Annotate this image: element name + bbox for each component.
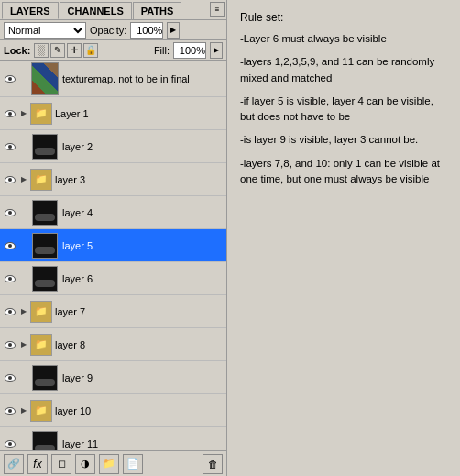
layer-row-8[interactable]: ▶📁layer 8 xyxy=(0,328,226,361)
eye-icon-4[interactable] xyxy=(2,196,18,229)
expand-arrow-3[interactable]: ▶ xyxy=(18,163,29,196)
adjustment-button[interactable]: ◑ xyxy=(75,454,95,474)
thumb-0 xyxy=(31,65,59,93)
opacity-label: Opacity: xyxy=(90,25,126,36)
expand-arrow-9 xyxy=(18,361,29,394)
layer-name-7: layer 7 xyxy=(53,306,225,317)
rule-4: -is layer 9 is visible, layer 3 cannot b… xyxy=(240,132,447,148)
folder-icon-7: 📁 xyxy=(30,301,52,323)
layer-name-5: layer 5 xyxy=(60,240,225,251)
expand-arrow-2 xyxy=(18,130,29,163)
delete-button[interactable]: 🗑 xyxy=(203,454,223,474)
layer-row-9[interactable]: layer 9 xyxy=(0,361,226,394)
tab-paths[interactable]: PATHS xyxy=(133,2,182,19)
layer-row-10[interactable]: ▶📁layer 10 xyxy=(0,394,226,427)
tab-bar: LAYERS CHANNELS PATHS ≡ xyxy=(0,0,226,20)
rules-panel: Rule set: -Layer 6 must always be visibl… xyxy=(227,0,460,476)
layer-row-11[interactable]: layer 11 xyxy=(0,427,226,450)
thumb-9 xyxy=(31,364,59,392)
thumb-2 xyxy=(31,133,59,161)
new-layer-button[interactable]: 📄 xyxy=(123,454,143,474)
lock-label: Lock: xyxy=(4,45,30,56)
thumb-5 xyxy=(31,232,59,260)
layer-name-9: layer 9 xyxy=(60,372,225,383)
layer-name-2: layer 2 xyxy=(60,141,225,152)
layer-row-4[interactable]: layer 4 xyxy=(0,196,226,229)
lock-transparent-button[interactable]: ░ xyxy=(34,43,49,58)
layer-name-3: layer 3 xyxy=(53,174,225,185)
lock-image-button[interactable]: ✎ xyxy=(50,43,65,58)
folder-icon-1: 📁 xyxy=(30,103,52,125)
layer-name-4: layer 4 xyxy=(60,207,225,218)
lock-row: Lock: ░ ✎ ✛ 🔒 Fill: ▶ xyxy=(0,40,226,61)
layer-row-6[interactable]: layer 6 xyxy=(0,262,226,295)
lock-icons: ░ ✎ ✛ 🔒 xyxy=(34,43,98,58)
bottom-toolbar: 🔗 fx ◻ ◑ 📁 📄 🗑 xyxy=(0,450,226,476)
thumb-4 xyxy=(31,199,59,227)
lock-all-button[interactable]: 🔒 xyxy=(83,43,98,58)
expand-arrow-8[interactable]: ▶ xyxy=(18,328,29,361)
layer-row-3[interactable]: ▶📁layer 3 xyxy=(0,163,226,196)
eye-icon-9[interactable] xyxy=(2,361,18,394)
layer-name-6: layer 6 xyxy=(60,273,225,284)
opacity-input[interactable] xyxy=(130,22,163,39)
fill-label: Fill: xyxy=(154,45,170,56)
tab-layers[interactable]: LAYERS xyxy=(2,2,59,19)
expand-arrow-0 xyxy=(18,62,29,95)
layer-name-11: layer 11 xyxy=(60,438,225,449)
thumb-11 xyxy=(31,430,59,451)
mask-button[interactable]: ◻ xyxy=(51,454,71,474)
eye-icon-5[interactable] xyxy=(2,229,18,262)
rule-title: Rule set: xyxy=(240,9,447,26)
expand-arrow-5 xyxy=(18,229,29,262)
expand-arrow-7[interactable]: ▶ xyxy=(18,295,29,328)
layer-row-7[interactable]: ▶📁layer 7 xyxy=(0,295,226,328)
layer-name-1: Layer 1 xyxy=(53,108,225,119)
layer-row-1[interactable]: ▶📁Layer 1 xyxy=(0,97,226,130)
opacity-arrow[interactable]: ▶ xyxy=(167,22,180,39)
expand-arrow-10[interactable]: ▶ xyxy=(18,394,29,427)
layer-name-8: layer 8 xyxy=(53,339,225,350)
thumb-6 xyxy=(31,265,59,293)
eye-icon-3[interactable] xyxy=(2,163,18,196)
eye-icon-0[interactable] xyxy=(2,62,18,95)
panel-menu-button[interactable]: ≡ xyxy=(210,2,225,17)
layers-list: texturemap. not to be in final▶📁Layer 1l… xyxy=(0,61,226,450)
eye-icon-2[interactable] xyxy=(2,130,18,163)
expand-arrow-6 xyxy=(18,262,29,295)
layer-row-2[interactable]: layer 2 xyxy=(0,130,226,163)
layer-name-10: layer 10 xyxy=(53,405,225,416)
eye-icon-1[interactable] xyxy=(2,97,18,130)
fill-arrow[interactable]: ▶ xyxy=(210,42,223,59)
expand-arrow-4 xyxy=(18,196,29,229)
blend-mode-select[interactable]: Normal Dissolve Multiply Screen xyxy=(4,22,86,39)
folder-icon-10: 📁 xyxy=(30,400,52,422)
fx-button[interactable]: fx xyxy=(27,454,48,474)
new-group-button[interactable]: 📁 xyxy=(99,454,119,474)
folder-icon-8: 📁 xyxy=(30,334,52,356)
rule-2: -layers 1,2,3,5,9, and 11 can be randoml… xyxy=(240,54,447,86)
layer-row-0[interactable]: texturemap. not to be in final xyxy=(0,61,226,97)
rule-3: -if layer 5 is visible, layer 4 can be v… xyxy=(240,94,447,126)
layer-name-0: texturemap. not to be in final xyxy=(60,73,225,84)
fill-input[interactable] xyxy=(173,42,206,59)
eye-icon-8[interactable] xyxy=(2,328,18,361)
expand-arrow-11 xyxy=(18,427,29,451)
rule-1: -Layer 6 must always be visible xyxy=(240,31,447,47)
blend-mode-row: Normal Dissolve Multiply Screen Opacity:… xyxy=(0,20,226,40)
expand-arrow-1[interactable]: ▶ xyxy=(18,97,29,130)
eye-icon-10[interactable] xyxy=(2,394,18,427)
eye-icon-6[interactable] xyxy=(2,262,18,295)
eye-icon-11[interactable] xyxy=(2,427,18,451)
layer-row-5[interactable]: layer 5 xyxy=(0,229,226,262)
rule-5: -layers 7,8, and 10: only 1 can be visib… xyxy=(240,156,447,188)
folder-icon-3: 📁 xyxy=(30,169,52,191)
layers-panel: LAYERS CHANNELS PATHS ≡ Normal Dissolve … xyxy=(0,0,227,476)
link-button[interactable]: 🔗 xyxy=(4,454,24,474)
lock-move-button[interactable]: ✛ xyxy=(67,43,82,58)
tab-channels[interactable]: CHANNELS xyxy=(60,2,132,19)
eye-icon-7[interactable] xyxy=(2,295,18,328)
